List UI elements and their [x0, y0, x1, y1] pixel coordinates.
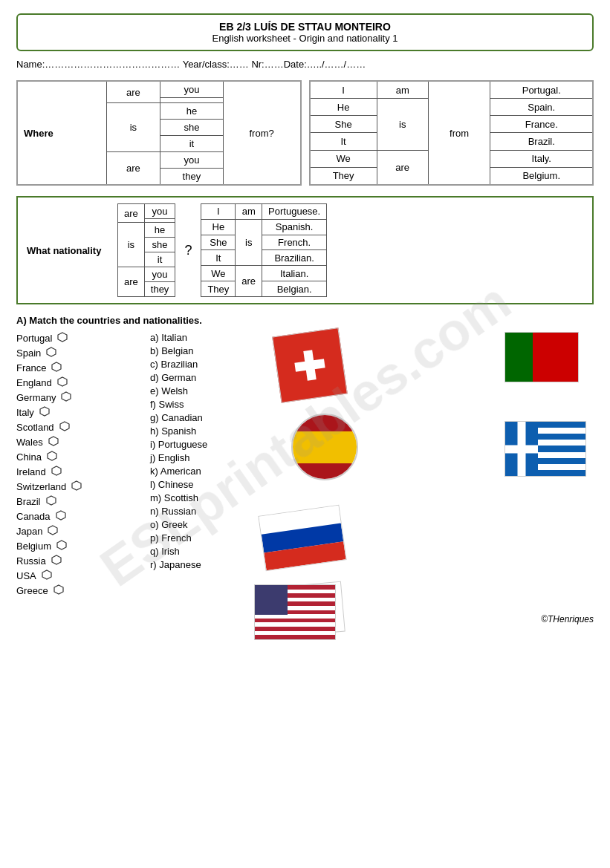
belgium-cell: Belgium.	[490, 167, 593, 185]
hexagon-icon	[71, 480, 82, 493]
country-item: Portugal	[16, 332, 143, 345]
greece-flag	[504, 421, 586, 477]
hexagon-icon	[46, 495, 56, 508]
is-cell: is	[106, 103, 160, 152]
spain-cell: Spain.	[490, 99, 593, 116]
nationality-item: h) Spanish	[150, 425, 254, 437]
country-item: France	[16, 362, 143, 374]
match-section: PortugalSpainFranceEnglandGermanyItalySc…	[16, 332, 594, 599]
nationality-item: g) Canadian	[150, 412, 254, 423]
country-item: USA	[16, 570, 143, 582]
ans-brazilian: Brazilian.	[262, 250, 327, 266]
country-item: Scotland	[16, 421, 143, 434]
country-name: Wales	[16, 437, 43, 448]
nat-you2: you	[144, 267, 175, 282]
nationality-item: o) Greek	[150, 519, 254, 530]
usa-flag	[254, 584, 336, 640]
france-cell: France.	[490, 116, 593, 133]
country-name: Italy	[16, 407, 34, 418]
empty-cell	[160, 98, 224, 103]
nat-it: it	[144, 252, 175, 267]
ans-he: He	[201, 219, 236, 235]
country-name: Belgium	[16, 541, 51, 552]
you-cell: you	[160, 81, 224, 98]
svg-marker-6	[60, 422, 69, 431]
where-table-right: I am from Portugal. He is Spain. She Fra…	[309, 80, 594, 186]
svg-marker-14	[57, 541, 66, 549]
nationality-item: m) Scottish	[150, 492, 254, 503]
nationality-item: k) American	[150, 466, 254, 477]
they-cell: they	[160, 169, 224, 186]
they2-cell: They	[310, 167, 377, 185]
portugal-red	[533, 333, 578, 382]
country-name: Scotland	[16, 422, 54, 433]
svg-marker-15	[52, 555, 61, 564]
ans-italian: Italian.	[262, 266, 327, 281]
brazil-cell: Brazil.	[490, 133, 593, 150]
country-name: France	[16, 362, 46, 373]
nat-are: are	[118, 204, 145, 223]
nationality-item: i) Portuguese	[150, 439, 254, 450]
hexagon-icon	[48, 436, 59, 448]
what-nationality-label: What nationality	[24, 203, 113, 297]
greece-cross-bg	[505, 422, 538, 476]
nationality-item: f) Swiss	[150, 399, 254, 410]
country-item: Wales	[16, 436, 143, 448]
nationality-item: q) Irish	[150, 546, 254, 557]
country-item: Canada	[16, 510, 143, 523]
country-name: Greece	[16, 585, 48, 596]
country-name: England	[16, 377, 52, 388]
nat-inner: What nationality are you is he she it ar…	[24, 203, 586, 297]
ans-we: We	[201, 266, 236, 281]
nationality-item: b) Belgian	[150, 345, 254, 356]
svg-marker-4	[62, 392, 71, 401]
it2-cell: It	[310, 133, 377, 150]
country-name: Germany	[16, 392, 56, 403]
nat-he: he	[144, 223, 175, 238]
you2-cell: you	[160, 152, 224, 169]
flags-area	[262, 332, 594, 599]
are2-cell: are	[377, 150, 428, 185]
ans-are: are	[236, 266, 262, 297]
he-cell: he	[160, 103, 224, 120]
hexagon-icon	[46, 347, 56, 359]
svg-marker-12	[56, 511, 65, 520]
nationality-item: a) Italian	[150, 332, 254, 343]
country-item: Belgium	[16, 540, 143, 552]
greece-cross-v	[518, 422, 526, 476]
nationality-item: n) Russian	[150, 506, 254, 517]
country-item: China	[16, 451, 143, 463]
hexagon-icon	[61, 391, 71, 404]
nat-is: is	[118, 223, 145, 267]
country-item: Greece	[16, 584, 143, 597]
i-cell: I	[310, 81, 377, 99]
portugal-cell: Portugal.	[490, 81, 593, 99]
svg-marker-0	[58, 333, 67, 342]
country-item: Russia	[16, 555, 143, 567]
grammar-section-where: Where are you from? is he she it are you…	[16, 80, 594, 186]
svg-marker-7	[49, 437, 58, 446]
is2-cell: is	[377, 99, 428, 150]
svg-marker-9	[52, 466, 61, 475]
svg-marker-5	[40, 407, 49, 416]
svg-marker-1	[47, 347, 56, 356]
she2-cell: She	[310, 116, 377, 133]
hexagon-icon	[42, 570, 52, 582]
name-line: Name:…………………………………… Year/class:…… Nr:……D…	[16, 59, 594, 70]
country-name: Portugal	[16, 333, 52, 344]
ans-i: I	[201, 204, 236, 220]
swiss-flag	[272, 327, 348, 403]
country-item: Japan	[16, 525, 143, 538]
nationality-item: c) Brazilian	[150, 359, 254, 370]
nat-you: you	[144, 204, 175, 219]
ans-french: French.	[262, 235, 327, 250]
country-item: Ireland	[16, 466, 143, 478]
country-name: Ireland	[16, 466, 46, 477]
we-cell: We	[310, 150, 377, 167]
header-box: EB 2/3 LUÍS DE STTAU MONTEIRO English wo…	[16, 13, 594, 51]
country-name: China	[16, 451, 42, 463]
portugal-green	[505, 333, 533, 382]
country-item: Italy	[16, 406, 143, 419]
country-name: Canada	[16, 511, 51, 522]
hexagon-icon	[47, 451, 57, 463]
